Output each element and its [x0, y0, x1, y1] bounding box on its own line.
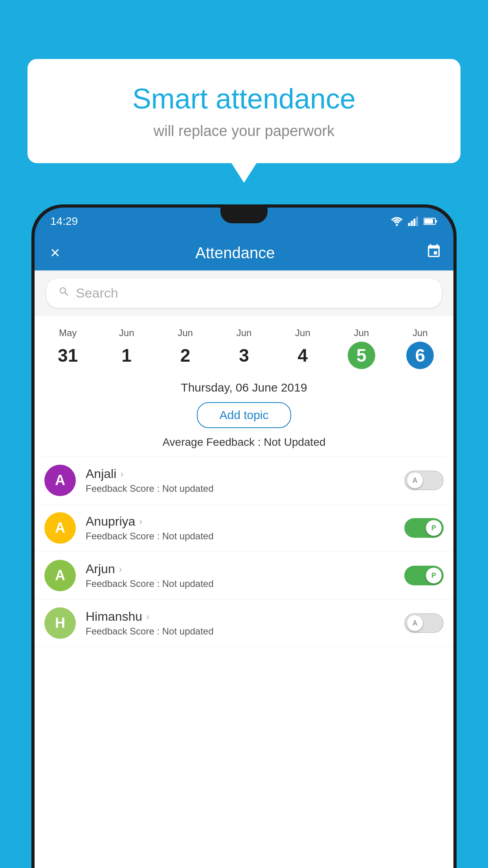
- student-info-anupriya: Anupriya › Feedback Score : Not updated: [86, 514, 404, 542]
- date-number: 4: [289, 342, 316, 369]
- date-month: Jun: [334, 327, 389, 338]
- speech-bubble: Smart attendance will replace your paper…: [28, 59, 460, 163]
- toggle-anupriya[interactable]: P: [404, 518, 444, 538]
- close-button[interactable]: ×: [46, 239, 64, 266]
- date-month: Jun: [216, 327, 271, 338]
- status-time: 14:29: [50, 215, 78, 228]
- student-info-himanshu: Himanshu › Feedback Score : Not updated: [86, 609, 404, 637]
- app-bar: × Attendance: [35, 235, 453, 270]
- date-cell-jun5[interactable]: Jun 5: [332, 324, 391, 373]
- date-cell-jun4[interactable]: Jun 4: [273, 324, 332, 373]
- avg-feedback-label: Average Feedback :: [162, 436, 261, 448]
- wifi-icon: [391, 217, 403, 226]
- phone-frame: 14:29: [31, 204, 457, 868]
- chevron-icon: ›: [120, 469, 123, 480]
- notch: [220, 208, 268, 223]
- date-month: Jun: [275, 327, 330, 338]
- avatar-anjali: A: [44, 465, 76, 496]
- student-list: A Anjali › Feedback Score : Not updated: [35, 457, 453, 647]
- svg-rect-4: [416, 217, 418, 226]
- chevron-icon: ›: [146, 611, 149, 622]
- student-name-anjali: Anjali ›: [86, 467, 404, 481]
- avatar-anupriya: A: [44, 512, 76, 544]
- date-month: Jun: [393, 327, 448, 338]
- student-name-arjun: Arjun ›: [86, 562, 404, 576]
- date-month: Jun: [99, 327, 154, 338]
- search-bar[interactable]: Search: [46, 278, 442, 308]
- date-cell-may31[interactable]: May 31: [39, 324, 97, 373]
- date-cell-jun3[interactable]: Jun 3: [215, 324, 273, 373]
- avatar-himanshu: H: [44, 607, 76, 639]
- status-icons: [391, 217, 438, 226]
- search-icon: [58, 286, 70, 301]
- status-bar: 14:29: [35, 208, 453, 235]
- phone-inner: 14:29: [35, 208, 453, 868]
- avatar-arjun: A: [44, 560, 76, 591]
- date-cell-jun6[interactable]: Jun 6: [391, 324, 449, 373]
- date-number: 31: [54, 342, 82, 369]
- student-name-anupriya: Anupriya ›: [86, 514, 404, 529]
- student-item-anupriya[interactable]: A Anupriya › Feedback Score : Not update…: [35, 504, 453, 552]
- feedback-score-anupriya: Feedback Score : Not updated: [86, 531, 404, 542]
- app-bar-title: Attendance: [64, 244, 406, 262]
- feedback-score-arjun: Feedback Score : Not updated: [86, 578, 404, 589]
- chevron-icon: ›: [139, 516, 142, 527]
- date-row: May 31 Jun 1 Jun 2 Jun 3 Jun 4: [35, 316, 453, 373]
- svg-rect-3: [413, 219, 415, 226]
- date-number: 3: [230, 342, 258, 369]
- svg-point-0: [396, 224, 398, 226]
- date-month: May: [40, 327, 95, 338]
- date-cell-jun1[interactable]: Jun 1: [97, 324, 156, 373]
- speech-bubble-container: Smart attendance will replace your paper…: [28, 59, 460, 163]
- feedback-score-anjali: Feedback Score : Not updated: [86, 483, 404, 494]
- search-placeholder: Search: [76, 285, 118, 301]
- date-cell-jun2[interactable]: Jun 2: [156, 324, 215, 373]
- date-number: 2: [172, 342, 199, 369]
- svg-rect-7: [435, 220, 437, 223]
- screen-content: Search May 31 Jun 1 Jun 2 Jun: [35, 270, 453, 868]
- student-item-anjali[interactable]: A Anjali › Feedback Score : Not updated: [35, 457, 453, 504]
- toggle-arjun[interactable]: P: [404, 566, 444, 585]
- battery-icon: [424, 217, 438, 226]
- svg-rect-6: [424, 219, 433, 224]
- feedback-score-himanshu: Feedback Score : Not updated: [86, 626, 404, 637]
- student-item-himanshu[interactable]: H Himanshu › Feedback Score : Not update…: [35, 600, 453, 647]
- calendar-icon[interactable]: [426, 243, 442, 263]
- date-month: Jun: [158, 327, 213, 338]
- toggle-himanshu[interactable]: A: [404, 613, 444, 633]
- student-item-arjun[interactable]: A Arjun › Feedback Score : Not updated: [35, 552, 453, 600]
- svg-rect-2: [411, 221, 413, 226]
- avg-feedback-value: Not Updated: [264, 436, 325, 448]
- bubble-subtitle: will replace your paperwork: [59, 123, 429, 140]
- selected-date-label: Thursday, 06 June 2019: [35, 373, 453, 400]
- date-number: 5: [348, 342, 375, 369]
- add-topic-button[interactable]: Add topic: [197, 402, 291, 428]
- signal-icon: [408, 217, 419, 226]
- toggle-anjali[interactable]: A: [404, 471, 444, 490]
- student-info-anjali: Anjali › Feedback Score : Not updated: [86, 467, 404, 494]
- date-number: 1: [113, 342, 140, 369]
- date-number: 6: [406, 342, 434, 369]
- chevron-icon: ›: [119, 564, 122, 575]
- search-container: Search: [35, 270, 453, 316]
- add-topic-container: Add topic: [35, 400, 453, 434]
- avg-feedback: Average Feedback : Not Updated: [35, 434, 453, 456]
- student-info-arjun: Arjun › Feedback Score : Not updated: [86, 562, 404, 589]
- student-name-himanshu: Himanshu ›: [86, 609, 404, 624]
- svg-rect-1: [408, 223, 410, 226]
- bubble-title: Smart attendance: [59, 83, 429, 115]
